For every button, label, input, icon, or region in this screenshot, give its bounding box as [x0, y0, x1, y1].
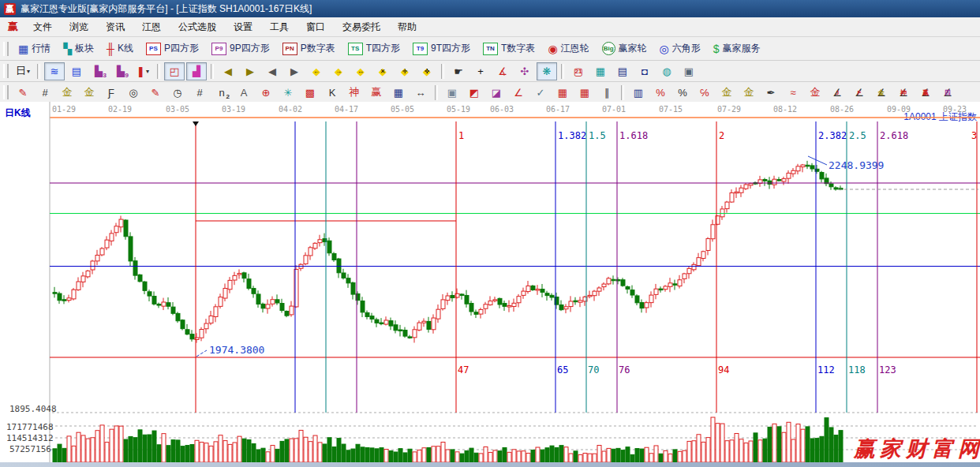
star-web-tool-icon[interactable]: ✳ [278, 84, 298, 102]
toolbar-winner-wheel-button[interactable]: Big赢家轮 [596, 39, 653, 58]
p9-mini-chart-icon[interactable]: ▙9 [110, 62, 131, 80]
ruler-grid-tool-icon[interactable]: # [35, 84, 55, 102]
toolbar-kline-button[interactable]: ╫K线 [100, 39, 140, 58]
toolbar-9p-square-button[interactable]: P99P四方形 [205, 39, 276, 58]
angle-shen-tool-icon[interactable]: ∠神 [893, 84, 914, 102]
f-ruler-tool-icon[interactable]: Ƒ [101, 84, 122, 102]
histogram-tool-icon[interactable]: ▟ [186, 62, 207, 80]
gann-cross-tool-icon[interactable]: ◆✕ [372, 62, 393, 80]
time-cycle-clock-icon[interactable]: ◷ [167, 84, 188, 102]
brush-tool-icon[interactable]: ✒ [761, 84, 781, 102]
gann-compass-tool-icon[interactable]: ⊕ [256, 84, 276, 102]
date-tick: 05-19 [447, 105, 470, 114]
trend-wave-tool-icon[interactable]: ≋ [44, 62, 65, 80]
fan-box-purple-tool-icon[interactable]: ◪ [486, 84, 507, 102]
gann-shift-right-icon[interactable]: ◆→ [328, 62, 349, 80]
toolbar-9t-square-button[interactable]: T99T四方形 [406, 39, 477, 58]
percent-tool-icon[interactable]: % [672, 84, 693, 102]
gold-red-tool-icon[interactable]: 金 [805, 84, 825, 102]
menu-formula-stock-pick[interactable]: 公式选股 [170, 17, 225, 36]
system-tool-icon[interactable]: ▣ [679, 62, 699, 80]
draw-knife-tool-icon[interactable]: ✎ [13, 84, 33, 102]
chart-area[interactable]: 日K线01-2902-1903-0503-1904-0204-1705-0505… [0, 102, 980, 467]
h-measure-tool-icon[interactable]: ↔ [410, 84, 431, 102]
toolbar-t-square-button[interactable]: TST四方形 [342, 39, 406, 58]
ying-grid-tool-icon[interactable]: 赢 [366, 84, 387, 102]
angle-si-tool-icon[interactable]: ∠四 [937, 84, 958, 102]
k-mark-tool-icon[interactable]: K [322, 84, 342, 102]
menu-trade-order[interactable]: 交易委托 [334, 17, 389, 36]
parallel-lines-tool-icon[interactable]: ∥ [597, 84, 617, 102]
gold-line-tool-icon[interactable]: 金 [739, 84, 759, 102]
prev-bar-button-icon[interactable]: ◀ [262, 62, 282, 80]
red-grid-2-tool-icon[interactable]: ▦ [574, 84, 595, 102]
notes-tool-icon[interactable]: ▤ [612, 62, 633, 80]
angle-lines-tool-icon[interactable]: ∠ [508, 84, 529, 102]
check-tool-icon[interactable]: ✓ [530, 84, 551, 102]
red-knife-tool-icon[interactable]: ✎ [145, 84, 166, 102]
box-tool-icon[interactable]: ▣ [442, 84, 462, 102]
shen-grid-tool-icon[interactable]: 神 [344, 84, 365, 102]
kline-chart[interactable]: 日K线01-2902-1903-0503-1904-0204-1705-0505… [0, 102, 980, 467]
gold-circle-tool-icon[interactable]: 金 [716, 84, 737, 102]
gold-gauge-1-icon[interactable]: 金 [57, 84, 77, 102]
next-bar-button-icon[interactable]: ▶ [284, 62, 305, 80]
export-web-tool-icon[interactable]: ◍ [656, 62, 677, 80]
angle-j-tool-icon[interactable]: ∠J [827, 84, 847, 102]
p3-mini-chart-icon[interactable]: ▙3 [88, 62, 109, 80]
toolbar-winner-service-button[interactable]: $赢家服务 [707, 39, 767, 58]
toolbar-grabber[interactable] [3, 64, 9, 78]
web-square-tool-icon[interactable]: ▩ [300, 84, 320, 102]
crosshair-tool-icon[interactable]: + [470, 62, 491, 80]
ruler-2-tool-icon[interactable]: # [189, 84, 210, 102]
calendar-tool-icon[interactable]: ▢21 [568, 62, 589, 80]
angle-measure-tool-icon[interactable]: ∡ [492, 62, 513, 80]
hand-tool-icon[interactable]: ☛ [448, 62, 469, 80]
calculator-tool-icon[interactable]: ▦ [590, 62, 611, 80]
gann-shift-left-icon[interactable]: ◆← [306, 62, 327, 80]
n-square-tool-icon[interactable]: n2 [211, 84, 232, 102]
toolbar-p-number-table-button[interactable]: PNP数字表 [276, 39, 342, 58]
grid-123-tool-icon[interactable]: ▦ [388, 84, 409, 102]
a-lines-tool-icon[interactable]: A [234, 84, 254, 102]
toolbar-grabber[interactable] [3, 85, 9, 99]
last-bar-button-icon[interactable]: ▶ [240, 62, 260, 80]
menu-tools[interactable]: 工具 [261, 17, 297, 36]
region-map-tool-icon[interactable]: ◰ [164, 62, 185, 80]
column-stats-tool-icon[interactable]: ▥ [628, 84, 649, 102]
toolbar-grabber[interactable] [3, 42, 9, 56]
angle-gold-tool-icon[interactable]: ∠金 [871, 84, 892, 102]
gann-expand-h-icon[interactable]: ◆↔ [350, 62, 371, 80]
percent-wave-tool-icon[interactable]: % [650, 84, 671, 102]
red-grid-1-tool-icon[interactable]: ▦ [552, 84, 573, 102]
fan-box-red-tool-icon[interactable]: ◩ [464, 84, 484, 102]
toolbar-gann-wheel-button[interactable]: ◉江恩轮 [541, 39, 595, 58]
menu-help[interactable]: 帮助 [389, 17, 425, 36]
menu-gann[interactable]: 江恩 [133, 17, 170, 36]
first-bar-button-icon[interactable]: ◀ [218, 62, 238, 80]
percent-line-tool-icon[interactable]: ℅ [694, 84, 715, 102]
angle-f-tool-icon[interactable]: ∠F [849, 84, 870, 102]
toolbar-hexagon-button[interactable]: ◎六角形 [653, 39, 707, 58]
toolbar-t-number-table-button[interactable]: TNT数字表 [477, 39, 541, 58]
save-tool-icon[interactable]: ◘ [634, 62, 655, 80]
web-overlay-tool-icon[interactable]: ❋ [537, 62, 557, 80]
gold-gauge-2-icon[interactable]: 金 [79, 84, 99, 102]
menu-window[interactable]: 窗口 [297, 17, 334, 36]
spiral-tool-icon[interactable]: ◎ [123, 84, 144, 102]
menu-file[interactable]: 文件 [24, 17, 61, 36]
toolbar-quotes-button[interactable]: ▦行情 [12, 39, 57, 58]
angle-ying-tool-icon[interactable]: ∠赢 [915, 84, 936, 102]
gann-plus-tool-icon[interactable]: ◆✛ [395, 62, 415, 80]
menu-browse[interactable]: 浏览 [61, 17, 97, 36]
toolbar-p-square-button[interactable]: PSP四方形 [140, 39, 205, 58]
candle-style-selector-icon[interactable]: ❚▾ [133, 62, 153, 80]
period-selector-icon[interactable]: 日▾ [13, 62, 33, 80]
gann-move-tool-icon[interactable]: ◆✜ [417, 62, 437, 80]
menu-settings[interactable]: 设置 [225, 17, 261, 36]
info-panel-tool-icon[interactable]: ▤ [66, 62, 87, 80]
toolbar-sectors-button[interactable]: ▚板块 [57, 39, 100, 58]
wave-tool-icon[interactable]: ≈ [783, 84, 803, 102]
menu-news[interactable]: 资讯 [97, 17, 133, 36]
gann-knot-tool-icon[interactable]: ✣ [514, 62, 535, 80]
